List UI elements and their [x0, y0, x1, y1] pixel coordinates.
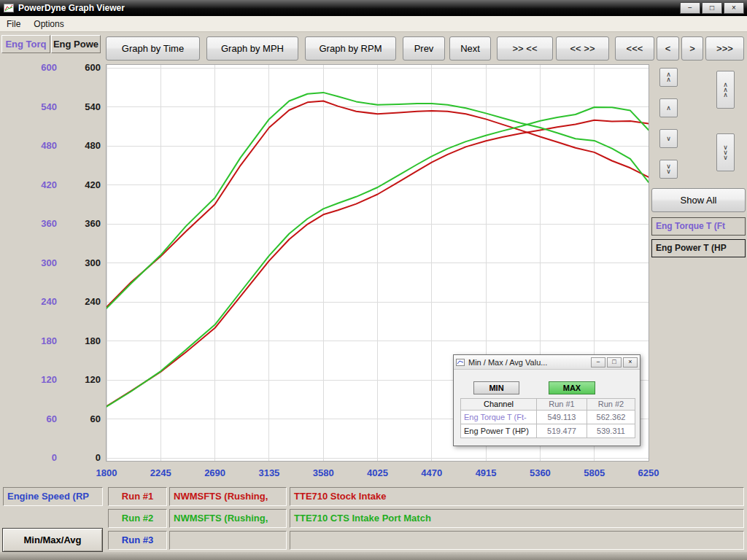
title-bar[interactable]: PowerDyne Graph Viewer − □ × — [0, 0, 747, 16]
torque-axis-tick-label: 240 — [0, 296, 57, 308]
tab-eng-power[interactable]: Eng Powe — [51, 35, 101, 53]
window-title: PowerDyne Graph Viewer — [18, 3, 125, 13]
minmax-close-icon[interactable]: × — [623, 357, 638, 368]
rpm-axis-tick-label: 4025 — [352, 467, 403, 478]
minimize-icon[interactable]: − — [680, 2, 700, 14]
legend-eng-power[interactable]: Eng Power T (HP — [651, 239, 746, 257]
zoom-out-button[interactable]: << >> — [556, 36, 609, 61]
minmax-avg-button[interactable]: Min/Max/Avg — [2, 528, 103, 552]
graph-by-mph-button[interactable]: Graph by MPH — [206, 36, 298, 61]
torque-axis-down-fast-button[interactable]: ∨ ∨ — [659, 160, 678, 179]
run2-label: Run #2 — [108, 509, 167, 528]
torque-axis-tick-label: 360 — [0, 218, 57, 230]
next-button[interactable]: Next — [449, 36, 491, 61]
torque-axis-tick-label: 120 — [0, 374, 57, 386]
power-run1-max-value: 519.477 — [536, 424, 587, 438]
graph-by-rpm-button[interactable]: Graph by RPM — [305, 36, 396, 61]
torque-axis-tick-label: 420 — [0, 179, 57, 191]
rpm-axis-tick-label: 5360 — [514, 467, 565, 478]
power-axis-scale: 060120180240300360420480540600 — [60, 0, 101, 560]
show-all-button[interactable]: Show All — [651, 188, 746, 212]
torque-axis-tick-label: 180 — [0, 335, 57, 347]
minmax-minimize-icon[interactable]: − — [591, 357, 605, 368]
chevron-down-icon: ∨ — [666, 136, 671, 141]
rpm-axis-tick-label: 5805 — [569, 467, 620, 478]
maximize-icon[interactable]: □ — [702, 2, 722, 14]
column-header-channel: Channel — [460, 398, 537, 411]
run2-description-field: TTE710 CTS Intake Port Match — [290, 509, 744, 528]
run1-label: Run #1 — [108, 487, 167, 506]
minmax-window: Min / Max / Avg Valu... − □ × MIN MAX Ch… — [453, 354, 640, 446]
table-row: Eng Power T (HP) 519.477 539.311 — [460, 424, 636, 438]
torque-axis-tick-label: 60 — [0, 413, 57, 425]
power-axis-tick-label: 480 — [60, 140, 101, 152]
run2-source-field: NWMSFTS (Rushing, — [169, 509, 287, 528]
chevron-up-icon: ∧ — [666, 106, 671, 111]
legend-eng-torque[interactable]: Eng Torque T (Ft — [651, 217, 746, 236]
power-axis-tick-label: 300 — [60, 257, 101, 269]
torque-axis-tick-label: 0 — [0, 452, 57, 464]
channel-power-cell: Eng Power T (HP) — [460, 424, 537, 438]
zoom-in-button[interactable]: >> << — [497, 36, 553, 61]
pan-right-button[interactable]: > — [681, 36, 703, 61]
window-controls: − □ × — [680, 2, 744, 14]
minmax-window-titlebar[interactable]: Min / Max / Avg Valu... − □ × — [454, 355, 640, 370]
torque-axis-tick-label: 300 — [0, 257, 57, 269]
torque-axis-down-button[interactable]: ∨ — [659, 129, 678, 148]
power-axis-down-button[interactable]: ∨ ∨ ∨ — [716, 133, 735, 171]
power-run2-max-value: 539.311 — [587, 424, 635, 438]
run1-description-field: TTE710 Stock Intake — [290, 487, 744, 506]
torque-axis-up-button[interactable]: ∧ — [659, 98, 678, 117]
rpm-axis-tick-label: 6250 — [623, 467, 674, 478]
close-icon[interactable]: × — [724, 2, 744, 14]
minmax-table: Channel Run #1 Run #2 Eng Torque T (Ft- … — [460, 398, 636, 438]
power-axis-up-button[interactable]: ∧ ∧ ∧ — [716, 71, 735, 109]
minmax-window-controls: − □ × — [589, 357, 638, 368]
pan-left-button[interactable]: < — [657, 36, 679, 61]
power-axis-tick-label: 540 — [60, 101, 101, 113]
torque-axis-tick-label: 540 — [0, 101, 57, 113]
rpm-axis-tick-label: 4915 — [460, 467, 511, 478]
menu-bar: File Options — [0, 16, 747, 32]
rpm-axis-scale: 1800224526903135358040254470491553605805… — [0, 467, 747, 481]
rpm-axis-tick-label: 4470 — [406, 467, 457, 478]
column-header-run1: Run #1 — [536, 398, 587, 411]
rpm-axis-tick-label: 2245 — [135, 467, 186, 478]
chevron-down-icon: ∨ — [723, 155, 728, 160]
graph-by-time-button[interactable]: Graph by Time — [106, 36, 200, 61]
power-axis-tick-label: 120 — [60, 374, 101, 386]
chevron-up-icon: ∧ — [666, 77, 671, 82]
min-button[interactable]: MIN — [473, 381, 519, 394]
max-button[interactable]: MAX — [549, 381, 595, 394]
minmax-window-title: Min / Max / Avg Valu... — [468, 358, 547, 367]
power-axis-tick-label: 600 — [60, 62, 101, 74]
rpm-axis-tick-label: 1800 — [81, 467, 132, 478]
window-bottom-edge — [0, 552, 747, 560]
minmax-maximize-icon[interactable]: □ — [607, 357, 622, 368]
torque-axis-scale: 060120180240300360420480540600 — [0, 0, 57, 560]
menu-file[interactable]: File — [0, 17, 27, 31]
column-header-run2: Run #2 — [587, 398, 635, 411]
rpm-axis-tick-label: 3135 — [244, 467, 295, 478]
x-channel-field: Engine Speed (RP — [3, 487, 103, 506]
pan-right-fast-button[interactable]: >>> — [705, 36, 744, 61]
run3-description-field — [290, 531, 744, 550]
torque-axis-up-fast-button[interactable]: ∧ ∧ — [659, 68, 678, 87]
channel-torque-cell: Eng Torque T (Ft- — [460, 410, 537, 424]
power-axis-tick-label: 240 — [60, 296, 101, 308]
rpm-axis-tick-label: 3580 — [298, 467, 349, 478]
run3-label: Run #3 — [108, 531, 167, 550]
torque-axis-tick-label: 480 — [0, 140, 57, 152]
power-axis-tick-label: 420 — [60, 179, 101, 191]
torque-run2-max-value: 562.362 — [587, 410, 635, 424]
power-axis-tick-label: 360 — [60, 218, 101, 230]
powerdyne-window: PowerDyne Graph Viewer − □ × File Option… — [0, 0, 747, 560]
torque-axis-tick-label: 600 — [0, 62, 57, 74]
run1-source-field: NWMSFTS (Rushing, — [169, 487, 287, 506]
tab-eng-torque[interactable]: Eng Torq — [1, 35, 50, 53]
menu-options[interactable]: Options — [27, 17, 70, 31]
run3-source-field — [169, 531, 287, 550]
pan-left-fast-button[interactable]: <<< — [615, 36, 654, 61]
rpm-axis-tick-label: 2690 — [190, 467, 241, 478]
prev-button[interactable]: Prev — [403, 36, 445, 61]
